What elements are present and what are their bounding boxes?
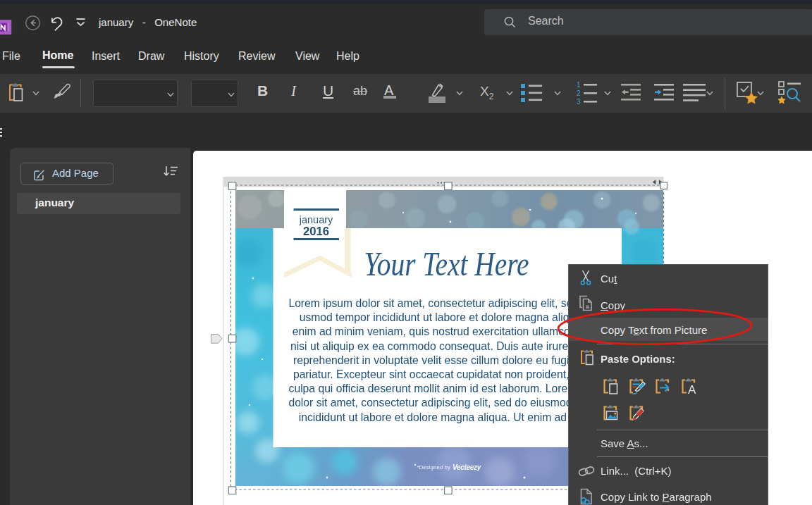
- svg-text:1: 1: [577, 81, 581, 89]
- svg-text:2: 2: [577, 89, 581, 97]
- svg-text:3: 3: [577, 98, 581, 106]
- svg-text:A: A: [688, 383, 696, 395]
